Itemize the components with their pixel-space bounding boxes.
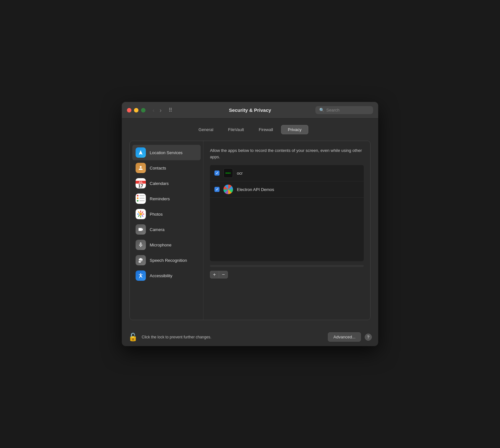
empty-list-area (210, 198, 364, 217)
main-window: ‹ › ⠿ Security & Privacy 🔍 General FileV… (122, 102, 378, 346)
calendars-icon: JUL 17 (136, 178, 146, 188)
apps-list: ✓ exec ocr ✓ (210, 165, 364, 261)
reminders-icon (136, 194, 146, 204)
description-text: Allow the apps below to record the conte… (210, 147, 364, 160)
tab-firewall[interactable]: Firewall (252, 125, 280, 134)
sidebar-label-location-services: Location Services (150, 150, 183, 155)
sidebar-label-calendars: Calendars (150, 181, 169, 186)
sidebar-item-reminders[interactable]: Reminders (132, 191, 201, 206)
sidebar-item-contacts[interactable]: Contacts (132, 160, 201, 176)
app-name-electron: Electron API Demos (237, 187, 274, 192)
contacts-icon (136, 163, 146, 173)
sidebar-item-location-services[interactable]: Location Services (132, 145, 201, 160)
app-checkbox-electron[interactable]: ✓ (214, 187, 220, 192)
lock-text: Click the lock to prevent further change… (142, 335, 324, 339)
svg-point-0 (139, 213, 142, 215)
nav-buttons: ‹ › (151, 107, 163, 114)
sidebar-label-microphone: Microphone (150, 243, 171, 247)
tab-privacy[interactable]: Privacy (281, 125, 308, 134)
sidebar-label-photos: Photos (150, 212, 162, 217)
camera-icon (136, 224, 146, 235)
app-checkbox-ocr[interactable]: ✓ (214, 170, 220, 176)
tab-general[interactable]: General (192, 125, 220, 134)
scrollbar[interactable] (210, 265, 364, 267)
main-panel: Location Services Contacts JUL 17 (129, 141, 371, 320)
speech-recognition-icon (136, 255, 146, 265)
sidebar-item-accessibility[interactable]: Accessibility (132, 268, 201, 283)
sidebar-item-camera[interactable]: Camera (132, 222, 201, 237)
minimize-button[interactable] (134, 108, 138, 112)
maximize-button[interactable] (141, 108, 146, 112)
tab-filevault[interactable]: FileVault (221, 125, 251, 134)
sidebar-item-photos[interactable]: Photos (132, 206, 201, 222)
search-box: 🔍 (315, 106, 373, 114)
sidebar-label-speech-recognition: Speech Recognition (150, 258, 187, 263)
traffic-lights (127, 108, 146, 112)
sidebar-item-microphone[interactable]: Microphone (132, 237, 201, 253)
sidebar-label-contacts: Contacts (150, 166, 166, 170)
sidebar: Location Services Contacts JUL 17 (130, 141, 204, 320)
search-icon: 🔍 (319, 108, 324, 112)
action-buttons: + − (210, 271, 364, 278)
checkmark-ocr: ✓ (216, 171, 219, 175)
grid-button[interactable]: ⠿ (167, 106, 174, 114)
sidebar-item-calendars[interactable]: JUL 17 Calendars (132, 176, 201, 191)
app-row-electron[interactable]: ✓ Electron API Demos (210, 181, 364, 198)
help-button[interactable]: ? (365, 334, 372, 341)
app-icon-electron (223, 185, 233, 194)
tab-bar: General FileVault Firewall Privacy (129, 125, 371, 134)
add-app-button[interactable]: + (210, 271, 219, 278)
search-input[interactable] (326, 108, 369, 112)
close-button[interactable] (127, 108, 131, 112)
sidebar-label-reminders: Reminders (150, 196, 170, 201)
forward-button[interactable]: › (158, 107, 163, 114)
back-button[interactable]: ‹ (151, 107, 156, 114)
checkmark-electron: ✓ (216, 187, 219, 192)
sidebar-label-accessibility: Accessibility (150, 273, 172, 278)
photos-icon (136, 209, 146, 219)
titlebar: ‹ › ⠿ Security & Privacy 🔍 (122, 102, 378, 119)
advanced-button[interactable]: Advanced... (328, 332, 361, 342)
app-icon-ocr: exec (223, 168, 233, 178)
remove-app-button[interactable]: − (219, 271, 228, 278)
app-name-ocr: ocr (237, 171, 243, 176)
window-title: Security & Privacy (229, 107, 271, 113)
location-services-icon (136, 147, 146, 158)
microphone-icon (136, 240, 146, 250)
right-panel: Allow the apps below to record the conte… (204, 141, 370, 320)
sidebar-item-speech-recognition[interactable]: Speech Recognition (132, 253, 201, 268)
footer: 🔓 Click the lock to prevent further chan… (122, 328, 378, 346)
sidebar-label-camera: Camera (150, 227, 164, 232)
app-row-ocr[interactable]: ✓ exec ocr (210, 165, 364, 181)
content-area: General FileVault Firewall Privacy Locat… (122, 119, 378, 328)
svg-point-1 (140, 273, 141, 274)
lock-icon[interactable]: 🔓 (128, 333, 138, 342)
accessibility-icon (136, 270, 146, 281)
